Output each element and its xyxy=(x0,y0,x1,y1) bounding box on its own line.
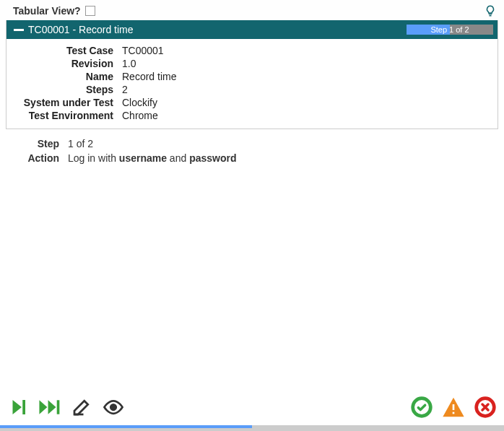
svg-point-2 xyxy=(110,404,116,410)
svg-rect-0 xyxy=(22,400,25,414)
svg-rect-5 xyxy=(453,404,455,410)
value-sut: Clockify xyxy=(118,97,495,108)
test-case-panel: TC00001 - Record time Step 1 of 2 Test C… xyxy=(6,20,498,129)
lightbulb-icon[interactable] xyxy=(484,4,497,17)
pass-button[interactable] xyxy=(410,396,433,421)
footer-toolbar xyxy=(0,388,504,431)
label-steps: Steps xyxy=(9,84,118,95)
value-revision: 1.0 xyxy=(118,58,495,69)
panel-title: TC00001 - Record time xyxy=(28,24,134,35)
step-progress-indicator: Step 1 of 2 xyxy=(407,25,493,35)
value-test-case: TC00001 xyxy=(118,45,495,56)
value-step: 1 of 2 xyxy=(64,138,495,149)
svg-rect-6 xyxy=(453,412,455,414)
value-env: Chrome xyxy=(118,110,495,121)
next-step-button[interactable] xyxy=(7,396,29,420)
label-revision: Revision xyxy=(9,58,118,69)
label-env: Test Environment xyxy=(9,110,118,121)
value-steps: 2 xyxy=(118,84,495,95)
fast-forward-button[interactable] xyxy=(38,396,62,420)
view-button[interactable] xyxy=(101,396,126,420)
svg-rect-1 xyxy=(57,400,60,414)
panel-header[interactable]: TC00001 - Record time Step 1 of 2 xyxy=(6,20,498,39)
edit-button[interactable] xyxy=(71,396,92,420)
label-sut: System under Test xyxy=(9,97,118,108)
footer-progress-bar xyxy=(0,425,504,428)
collapse-icon[interactable] xyxy=(14,29,24,31)
label-step: Step xyxy=(9,138,64,149)
label-action: Action xyxy=(9,152,64,164)
tabular-view-label: Tabular View? xyxy=(13,5,81,17)
tabular-view-checkbox[interactable] xyxy=(85,6,95,16)
label-name: Name xyxy=(9,71,118,82)
label-test-case: Test Case xyxy=(9,45,118,56)
value-action: Log in with username and password xyxy=(64,152,495,164)
fail-button[interactable] xyxy=(474,396,497,421)
warning-button[interactable] xyxy=(442,396,465,421)
value-name: Record time xyxy=(118,71,495,82)
